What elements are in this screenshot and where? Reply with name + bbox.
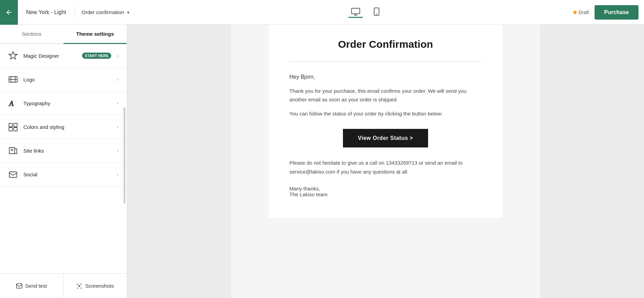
email-body-1: Thank you for your purchase, this email … [289,87,482,104]
mobile-view-button[interactable] [371,6,382,18]
chevron-down-icon: ▾ [127,10,129,15]
topbar: New York - Light Order confirmation ▾ Dr… [0,0,644,25]
sidebar-items: Magic Designer START HERE › Logo › [0,44,127,273]
email-footer: Please do not hesitate to give us a call… [289,158,482,176]
sidebar-tabs: Sections Theme settings [0,25,127,44]
email-cta-wrapper: View Order Status > [289,129,482,147]
svg-rect-13 [9,128,12,131]
svg-text:A: A [9,100,14,107]
sidebar-item-colors-and-styling[interactable]: Colors and styling › [0,115,127,139]
sidebar-item-social[interactable]: Social › [0,163,127,186]
sidebar-bottom-bar: Send test Screenshots [0,273,127,298]
sidebar-item-typography[interactable]: A Typography › [0,91,127,115]
email-preview-area: Order Confirmation Hey Bjorn, Thank you … [127,25,644,298]
magic-designer-label: Magic Designer [23,53,77,59]
screenshots-button[interactable]: Screenshots [63,274,127,298]
magic-designer-icon [8,51,18,60]
screenshots-icon [76,283,82,289]
mobile-icon [374,8,379,16]
svg-rect-0 [352,8,360,14]
email-title: Order Confirmation [289,38,482,50]
draft-status: Draft [573,10,589,15]
svg-rect-12 [14,123,17,127]
view-order-status-button[interactable]: View Order Status > [343,129,428,147]
email-type-dropdown[interactable]: Order confirmation ▾ [75,9,157,15]
typography-arrow-icon: › [117,100,118,106]
app-title: New York - Light [18,9,74,15]
svg-marker-5 [9,52,17,59]
site-links-icon [8,146,18,155]
tab-theme-settings[interactable]: Theme settings [64,25,127,44]
back-icon [5,9,13,16]
send-test-label: Send test [25,283,47,289]
tab-sections[interactable]: Sections [0,25,64,44]
site-links-arrow-icon: › [117,148,118,153]
send-test-icon [16,283,22,289]
back-button[interactable] [0,0,18,25]
social-arrow-icon: › [117,172,118,177]
start-here-badge: START HERE [82,53,111,59]
typography-icon: A [8,98,18,108]
draft-label: Draft [579,10,589,15]
sidebar-scrollbar [124,107,125,203]
sign-line-1: Many thanks, [289,186,482,191]
email-divider [289,61,482,62]
social-icon [8,169,18,179]
logo-arrow-icon: › [117,77,118,82]
social-label: Social [23,172,111,177]
dropdown-label: Order confirmation [82,9,124,15]
view-switcher [157,6,573,18]
topbar-right: Draft Purchase [573,5,644,20]
site-links-label: Site links [23,148,111,154]
logo-icon [8,75,18,84]
sidebar-item-site-links[interactable]: Site links › [0,139,127,163]
sidebar: Sections Theme settings Magic Designer S… [0,25,127,298]
email-content: Order Confirmation Hey Bjorn, Thank you … [269,25,502,218]
main-layout: Sections Theme settings Magic Designer S… [0,25,644,298]
typography-label: Typography [23,100,111,106]
email-signature: Many thanks, The Lakiso team [289,186,482,197]
magic-designer-arrow-icon: › [117,53,118,58]
send-test-button[interactable]: Send test [0,274,63,298]
email-body-2: You can follow the status of your order … [289,110,482,118]
svg-rect-14 [14,128,17,131]
colors-icon [8,122,18,132]
svg-rect-19 [16,284,22,288]
sidebar-item-magic-designer[interactable]: Magic Designer START HERE › [0,44,127,68]
email-greeting: Hey Bjorn, [289,74,482,80]
preview-inner: Order Confirmation Hey Bjorn, Thank you … [231,25,540,298]
colors-label: Colors and styling [23,124,111,130]
sidebar-item-logo[interactable]: Logo › [0,68,127,91]
purchase-button[interactable]: Purchase [595,5,639,20]
sign-line-2: The Lakiso team [289,191,482,197]
logo-label: Logo [23,77,111,82]
colors-arrow-icon: › [117,124,118,130]
svg-rect-18 [9,172,17,177]
desktop-icon [351,8,360,15]
desktop-view-button[interactable] [348,7,363,18]
screenshots-label: Screenshots [85,283,114,289]
svg-rect-11 [9,123,12,127]
draft-dot-icon [573,11,577,14]
